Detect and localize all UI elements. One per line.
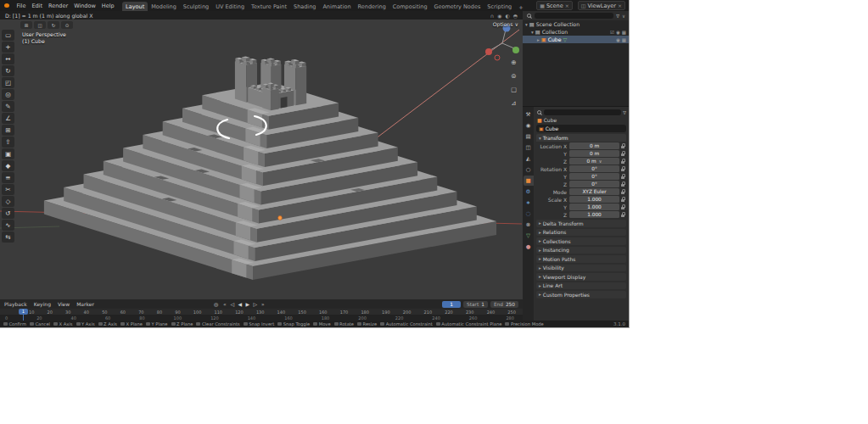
poly-build-tool-icon[interactable]: ◇ xyxy=(2,196,14,207)
topbar-menu[interactable]: File xyxy=(14,3,29,9)
value-field[interactable]: 0 m xyxy=(569,158,619,165)
view-rotate-icon[interactable]: ↻ xyxy=(48,21,59,29)
expand-icon[interactable]: ▾ xyxy=(525,22,528,27)
value-field[interactable]: 0° xyxy=(569,165,619,172)
outliner-row-collection[interactable]: ▾ ▤ Collection ☑ ◉ ▦ xyxy=(523,28,629,36)
lock-icon[interactable] xyxy=(620,204,626,210)
frame-start-field[interactable]: Start1 xyxy=(463,301,488,308)
search-icon[interactable] xyxy=(526,13,532,19)
object-name-field[interactable]: ▣ Cube xyxy=(536,125,626,132)
workspace-tab[interactable]: Animation xyxy=(319,2,354,11)
properties-section[interactable]: ▸ Delta Transform xyxy=(536,220,626,227)
lock-icon[interactable] xyxy=(620,143,626,149)
value-field[interactable]: 1.000 xyxy=(569,196,619,203)
viewlayer-selector[interactable]: ◫ ViewLayer × xyxy=(578,1,625,10)
topbar-menu[interactable]: Window xyxy=(71,3,99,9)
value-field[interactable]: XYZ Euler xyxy=(569,188,619,195)
knife-tool-icon[interactable]: ✂ xyxy=(2,184,14,195)
value-field[interactable]: 1.000 xyxy=(569,211,619,218)
lock-icon[interactable] xyxy=(620,189,626,195)
particles-tab-icon[interactable]: ∗ xyxy=(524,198,534,208)
current-frame-field[interactable]: 1 xyxy=(442,301,461,308)
workspace-tab[interactable]: Layout xyxy=(122,2,148,11)
properties-section[interactable]: ▸ Relations xyxy=(536,229,626,237)
editor-type-icon[interactable]: ⊞ xyxy=(20,21,32,29)
timeline-ruler[interactable]: 1020304050607080901001101201301401501601… xyxy=(0,309,523,315)
timeline-menu[interactable]: Marker xyxy=(76,301,94,307)
workspace-tab[interactable]: Rendering xyxy=(355,2,389,11)
blender-logo-icon[interactable] xyxy=(3,3,11,8)
material-tab-icon[interactable]: ● xyxy=(524,242,534,252)
scene-tab-icon[interactable]: ◭ xyxy=(524,153,534,164)
lock-icon[interactable] xyxy=(620,212,626,218)
render-camera-icon[interactable]: ▦ xyxy=(622,30,626,35)
render-camera-icon[interactable]: ▦ xyxy=(622,37,626,42)
properties-section[interactable]: ▸ Motion Paths xyxy=(536,255,626,263)
properties-section[interactable]: ▸ Custom Properties xyxy=(536,291,626,298)
expand-icon[interactable]: ▸ xyxy=(537,37,540,42)
workspace-tab[interactable]: Compositing xyxy=(389,2,431,11)
lock-icon[interactable] xyxy=(620,174,626,180)
select-box-tool-icon[interactable]: ▭ xyxy=(2,30,14,41)
hide-eye-icon[interactable]: ◉ xyxy=(616,37,620,42)
cursor-tool-icon[interactable]: + xyxy=(2,42,14,53)
properties-section[interactable]: ▸ Instancing xyxy=(536,247,626,254)
proportional-edit-icon[interactable]: ◉ xyxy=(497,13,501,19)
scale-tool-icon[interactable]: ◰ xyxy=(2,77,14,88)
spin-tool-icon[interactable]: ↺ xyxy=(2,208,14,219)
timeline-menu[interactable]: Playback xyxy=(4,301,27,307)
value-field[interactable]: 0° xyxy=(569,173,619,180)
workspace-tab[interactable]: Texture Paint xyxy=(248,2,290,11)
bevel-tool-icon[interactable]: ◆ xyxy=(2,160,14,171)
outliner-search-input[interactable] xyxy=(535,13,613,19)
properties-section[interactable]: ▸ Line Art xyxy=(536,282,626,290)
output-tab-icon[interactable]: ▤ xyxy=(524,131,534,142)
scene-selector[interactable]: ▦ Scene × xyxy=(536,1,573,10)
add-cube-tool-icon[interactable]: ⊞ xyxy=(2,125,14,136)
topbar-menu[interactable]: Help xyxy=(98,3,117,9)
chevron-down-icon[interactable]: ∨ xyxy=(622,14,625,19)
lock-icon[interactable] xyxy=(620,197,626,203)
modifiers-tab-icon[interactable]: ⚙ xyxy=(524,187,534,197)
timeline-menu[interactable]: Keying xyxy=(34,301,51,307)
workspace-tab[interactable]: Modeling xyxy=(148,2,180,11)
topbar-menu[interactable]: Render xyxy=(45,3,70,9)
frame-end-field[interactable]: End250 xyxy=(490,301,518,308)
render-tab-icon[interactable]: ◉ xyxy=(524,120,534,131)
unlink-scene-icon[interactable]: × xyxy=(565,3,569,8)
lock-icon[interactable] xyxy=(620,181,626,187)
pivot-icon[interactable]: ⊙ xyxy=(61,21,73,29)
play-reverse-icon[interactable]: ◀ xyxy=(237,301,243,307)
workspace-tab[interactable]: UV Editing xyxy=(212,2,248,11)
zoom-icon[interactable]: ⊕ xyxy=(511,59,517,66)
jump-to-start-icon[interactable]: « xyxy=(221,301,227,307)
value-field[interactable]: 0 m xyxy=(569,142,619,149)
workspace-tab[interactable]: Scripting xyxy=(484,2,515,11)
properties-section[interactable]: ▸ Viewport Display xyxy=(536,273,626,281)
value-field[interactable]: 0 m xyxy=(569,150,619,157)
transform-section-header[interactable]: ▾ Transform xyxy=(536,134,626,142)
next-keyframe-icon[interactable]: ▷ xyxy=(252,301,258,307)
loop-cut-tool-icon[interactable]: ≡ xyxy=(2,172,14,183)
remove-viewlayer-icon[interactable]: × xyxy=(618,3,622,8)
measure-tool-icon[interactable]: ∠ xyxy=(2,113,14,124)
perspective-toggle-icon[interactable]: ⊿ xyxy=(511,99,517,107)
edge-slide-tool-icon[interactable]: ⇆ xyxy=(2,232,14,243)
view-layer-tab-icon[interactable]: ◫ xyxy=(524,142,534,153)
viewport-3d[interactable]: ▭ + ↔ ↻ ◰ ◎ ✎ ∠ ⊞ ⇧ ▣ ◆ xyxy=(0,20,523,299)
camera-view-icon[interactable]: ▢ xyxy=(511,86,517,93)
filter-icon[interactable]: ∇ xyxy=(623,110,626,115)
constraints-tab-icon[interactable]: ⊗ xyxy=(524,220,534,230)
outliner-row-cube[interactable]: ▸ ▣ Cube ▽ ◉ ▦ xyxy=(523,36,629,43)
object-data-tab-icon[interactable]: ▽ xyxy=(524,231,534,241)
value-field[interactable]: 0° xyxy=(569,181,619,187)
jump-to-end-icon[interactable]: » xyxy=(260,301,266,307)
smooth-tool-icon[interactable]: ∿ xyxy=(2,220,14,231)
lock-icon[interactable] xyxy=(620,166,626,172)
checkbox-icon[interactable]: ☑ xyxy=(610,30,614,35)
lock-icon[interactable] xyxy=(620,159,626,165)
properties-section[interactable]: ▸ Visibility xyxy=(536,265,626,272)
annotate-tool-icon[interactable]: ✎ xyxy=(2,101,14,112)
expand-icon[interactable]: ▾ xyxy=(531,30,534,35)
object-tab-icon[interactable]: ■ xyxy=(524,176,534,186)
